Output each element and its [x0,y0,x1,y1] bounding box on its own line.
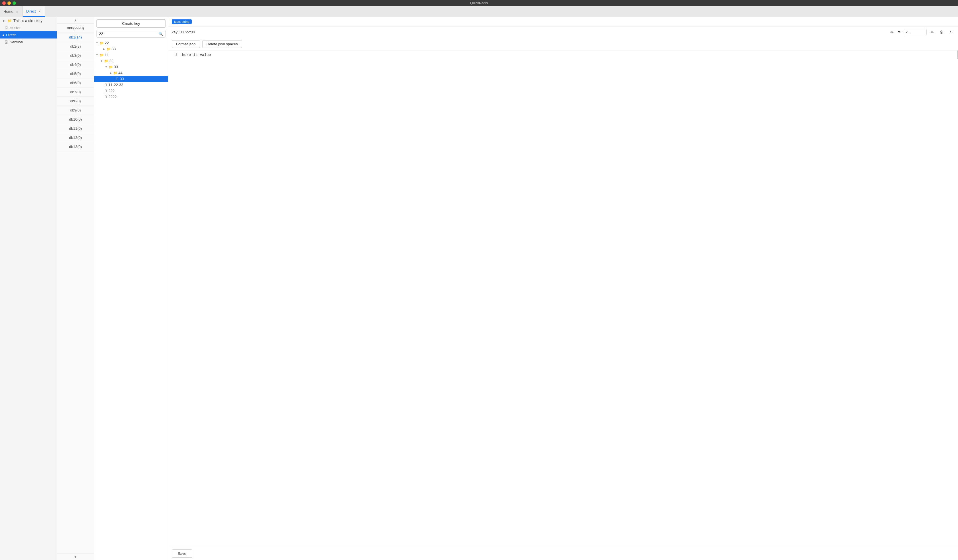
db-item-12[interactable]: db12(0) [57,133,94,142]
delete-json-spaces-button[interactable]: Delete json spaces [202,40,242,48]
tab-direct-label: Direct [26,9,36,13]
main-layout: ▶ 📁 This is a directory 🗄 cluster ● Dire… [0,17,958,560]
tabbar: Home × Direct × [0,6,958,17]
ttl-input[interactable] [904,29,926,35]
edit-ttl-icon: ✏ [931,30,934,35]
db-item-4[interactable]: db4(0) [57,60,94,69]
folder-icon: 📁 [104,59,108,63]
scrollbar[interactable] [957,51,958,59]
tab-direct[interactable]: Direct × [23,6,45,17]
db-item-10[interactable]: db10(0) [57,115,94,124]
format-json-button[interactable]: Format json [172,40,200,48]
tree-folder-11-22[interactable]: ▼ 📁 22 [94,58,168,64]
value-footer: Save [168,547,958,560]
minimize-button[interactable] [8,2,11,5]
folder-icon: 📁 [100,53,104,57]
line-numbers: 1 [172,53,178,544]
db-item-4-label: db4(0) [70,62,81,67]
tree-arrow: ▼ [100,60,103,62]
delete-key-button[interactable]: 🗑 [938,29,945,35]
tree-arrow: ▶ [109,71,113,74]
tree-folder-22[interactable]: ▼ 📁 22 [94,40,168,46]
tree-key-222[interactable]: 🗒 222 [94,88,168,94]
tree-folder-22-33[interactable]: ▶ 📁 33 [94,46,168,52]
db-item-8[interactable]: db8(0) [57,96,94,106]
key-icon: 🗒 [104,83,108,87]
value-header: type: string [168,17,958,27]
tab-home-label: Home [3,9,13,14]
search-button[interactable]: 🔍 [156,30,165,37]
save-button[interactable]: Save [172,549,192,558]
tree-key-33[interactable]: 🗒 33 [94,76,168,82]
edit-key-button[interactable]: ✏ [889,29,896,35]
traffic-lights [2,2,16,5]
search-row: 🔍 [97,30,166,38]
titlebar: QuickRedis [0,0,958,6]
edit-ttl-button[interactable]: ✏ [929,29,936,35]
edit-icon: ✏ [890,30,894,35]
tree-item-label: 44 [118,71,122,75]
sidebar-item-sentinel[interactable]: 🗄 Sentinel [0,38,57,46]
folder-icon: 📁 [100,41,104,45]
editor-text[interactable]: here is value [182,53,955,544]
tree-folder-11[interactable]: ▼ 📁 11 [94,52,168,58]
db-item-7[interactable]: db7(0) [57,87,94,96]
sidebar-item-cluster[interactable]: 🗄 cluster [0,24,57,32]
type-badge: type: string [172,19,192,24]
key-icon: 🗒 [104,89,108,93]
tree-item-label: 222 [108,89,115,93]
search-icon: 🔍 [158,32,163,36]
db-item-5[interactable]: db5(0) [57,69,94,78]
value-text: here is value [182,53,211,57]
db-scroll-up[interactable]: ▲ [74,18,77,22]
active-connection-icon: ● [2,33,4,37]
db-scroll-down[interactable]: ▼ [74,555,77,559]
refresh-button[interactable]: ↻ [948,29,955,35]
editor-content[interactable]: 1 here is value [168,51,958,547]
value-panel: type: string key : 11:22:33 ✏ ttl : ✏ 🗑 … [168,17,958,560]
db-item-9[interactable]: db9(0) [57,106,94,115]
key-icon: 🗒 [116,77,119,81]
close-button[interactable] [2,2,6,5]
app-title: QuickRedis [470,1,488,5]
tree-key-2222[interactable]: 🗒 2222 [94,94,168,100]
db-item-2-label: db2(3) [70,44,81,49]
tree-item-label: 33 [114,65,118,69]
tree-arrow: ▼ [95,42,99,44]
folder-icon: 📁 [109,65,113,69]
db-item-1[interactable]: db1(14) [57,33,94,42]
tree-folder-11-22-33[interactable]: ▼ 📁 33 [94,64,168,70]
create-key-button[interactable]: Create key [97,19,166,28]
tree-folder-11-22-33-44[interactable]: ▶ 📁 44 [94,70,168,76]
db-item-5-label: db5(0) [70,71,81,76]
db-item-11-label: db11(0) [69,126,82,131]
db-item-2[interactable]: db2(3) [57,42,94,51]
tree-key-11-22-33[interactable]: 🗒 11-22-33 [94,82,168,88]
db-item-3[interactable]: db3(0) [57,51,94,60]
db-item-13[interactable]: db13(0) [57,142,94,152]
tab-home-close[interactable]: × [15,10,19,14]
key-panel: Create key 🔍 ▼ 📁 22 ▶ 📁 33 ▼ 📁 [94,17,168,560]
tree-item-label: 22 [109,59,113,63]
tree-item-label: 11 [105,53,109,57]
search-input[interactable] [97,30,156,37]
db-item-11[interactable]: db11(0) [57,124,94,133]
tab-home[interactable]: Home × [0,6,23,17]
ttl-field: ttl : [898,29,926,35]
db-item-13-label: db13(0) [69,145,82,149]
db-item-0[interactable]: db0(9998) [57,24,94,33]
tree-arrow: ▼ [105,66,108,68]
db-item-1-label: db1(14) [69,35,82,40]
tree-arrow: ▼ [95,54,99,57]
action-row: Format json Delete json spaces [168,38,958,51]
db-item-6[interactable]: db6(0) [57,78,94,87]
tab-direct-close[interactable]: × [38,9,42,13]
db-item-7-label: db7(0) [70,90,81,94]
sidebar-item-direct[interactable]: ● Direct [0,32,57,38]
db-item-10-label: db10(0) [69,117,82,122]
tree-arrow: ▶ [102,47,106,51]
db-item-3-label: db3(0) [70,53,81,58]
sidebar-item-directory[interactable]: ▶ 📁 This is a directory [0,17,57,24]
tree-item-label: 22 [105,41,109,45]
maximize-button[interactable] [13,2,16,5]
